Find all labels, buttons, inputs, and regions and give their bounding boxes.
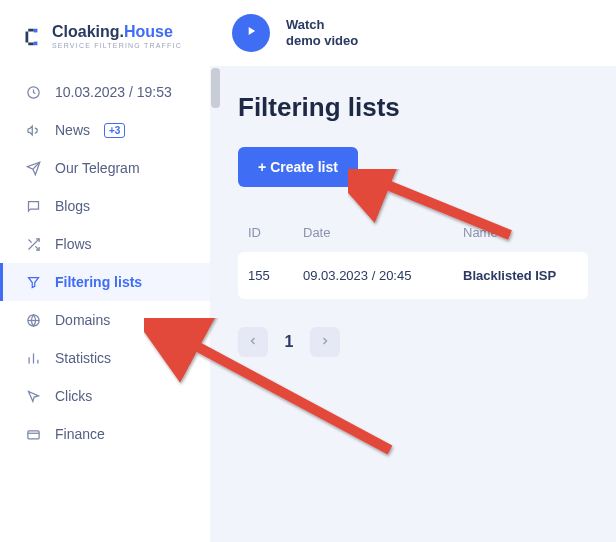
content: Filtering lists + Create list ID Date Na… xyxy=(210,66,616,383)
nav-label: Blogs xyxy=(55,198,90,214)
main: Watch demo video Filtering lists + Creat… xyxy=(210,0,616,542)
sidebar-item-flows[interactable]: Flows xyxy=(0,225,210,263)
col-name: Name xyxy=(463,225,578,240)
sidebar-item-finance[interactable]: Finance xyxy=(0,415,210,453)
pager-prev-button[interactable] xyxy=(238,327,268,357)
nav-label: News xyxy=(55,122,90,138)
globe-icon xyxy=(25,312,41,328)
bar-chart-icon xyxy=(25,350,41,366)
watch-demo-button[interactable] xyxy=(232,14,270,52)
svg-rect-4 xyxy=(27,430,38,438)
brand: Cloaking.House SERVICE FILTERING TRAFFIC xyxy=(0,16,210,73)
brand-logo-icon xyxy=(20,26,42,48)
chevron-left-icon xyxy=(247,334,259,350)
lists-table: ID Date Name 155 09.03.2023 / 20:45 Blac… xyxy=(238,213,588,299)
nav-label: Statistics xyxy=(55,350,111,366)
comment-icon xyxy=(25,198,41,214)
cursor-icon xyxy=(25,388,41,404)
sidebar: Cloaking.House SERVICE FILTERING TRAFFIC… xyxy=(0,0,210,542)
page-title: Filtering lists xyxy=(238,92,588,123)
shuffle-icon xyxy=(25,236,41,252)
paper-plane-icon xyxy=(25,160,41,176)
cell-name: Blacklisted ISP xyxy=(463,268,578,283)
filter-icon xyxy=(25,274,41,290)
table-row[interactable]: 155 09.03.2023 / 20:45 Blacklisted ISP xyxy=(238,252,588,299)
nav-label: Our Telegram xyxy=(55,160,140,176)
sidebar-item-blogs[interactable]: Blogs xyxy=(0,187,210,225)
sidebar-item-domains[interactable]: Domains xyxy=(0,301,210,339)
plus-icon: + xyxy=(258,159,266,175)
sidebar-item-clicks[interactable]: Clicks xyxy=(0,377,210,415)
pager-current: 1 xyxy=(278,333,300,351)
nav-label: Clicks xyxy=(55,388,92,404)
wallet-icon xyxy=(25,426,41,442)
sidebar-item-statistics[interactable]: Statistics xyxy=(0,339,210,377)
table-header: ID Date Name xyxy=(238,213,588,252)
col-date: Date xyxy=(303,225,463,240)
nav-label: Filtering lists xyxy=(55,274,142,290)
clock-icon xyxy=(25,84,41,100)
create-list-button[interactable]: + Create list xyxy=(238,147,358,187)
sidebar-item-telegram[interactable]: Our Telegram xyxy=(0,149,210,187)
nav-label: Flows xyxy=(55,236,92,252)
svg-rect-0 xyxy=(34,28,38,32)
cell-date: 09.03.2023 / 20:45 xyxy=(303,268,463,283)
nav-label: Domains xyxy=(55,312,110,328)
create-list-label: Create list xyxy=(270,159,338,175)
datetime-label: 10.03.2023 / 19:53 xyxy=(55,84,172,100)
cell-id: 155 xyxy=(248,268,303,283)
brand-title: Cloaking.House xyxy=(52,24,182,40)
brand-tagline: SERVICE FILTERING TRAFFIC xyxy=(52,42,182,49)
sidebar-item-news[interactable]: News +3 xyxy=(0,111,210,149)
nav-label: Finance xyxy=(55,426,105,442)
topbar: Watch demo video xyxy=(210,0,616,66)
sidebar-item-datetime: 10.03.2023 / 19:53 xyxy=(0,73,210,111)
megaphone-icon xyxy=(25,122,41,138)
col-id: ID xyxy=(248,225,303,240)
pagination: 1 xyxy=(238,327,588,357)
play-icon xyxy=(244,24,258,42)
svg-rect-1 xyxy=(34,41,38,45)
news-badge: +3 xyxy=(104,123,125,138)
pager-next-button[interactable] xyxy=(310,327,340,357)
watch-demo-label: Watch demo video xyxy=(286,17,358,50)
chevron-right-icon xyxy=(319,334,331,350)
nav: 10.03.2023 / 19:53 News +3 Our Telegram xyxy=(0,73,210,453)
sidebar-item-filtering-lists[interactable]: Filtering lists xyxy=(0,263,210,301)
